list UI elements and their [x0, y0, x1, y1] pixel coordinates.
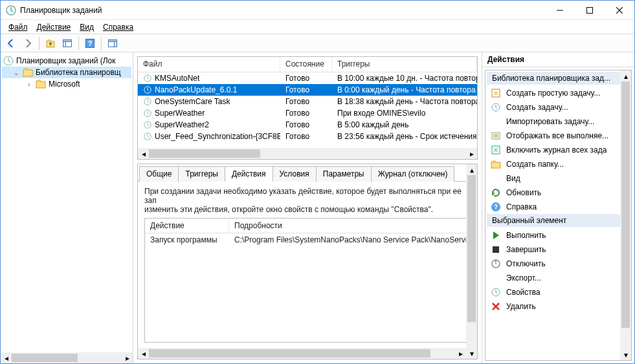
center-pane: Файл Состояние Триггеры KMSAutoNetГотово…: [133, 52, 482, 363]
scroll-up-icon[interactable]: ▴: [466, 164, 477, 175]
scroll-up-icon[interactable]: ▴: [620, 70, 631, 81]
scroll-thumb[interactable]: [621, 81, 630, 328]
task-row[interactable]: KMSAutoNetГотовоВ 10:00 каждые 10 дн. - …: [138, 72, 477, 84]
help-button[interactable]: ?: [82, 36, 98, 51]
action-create-task[interactable]: Создать задачу...: [487, 100, 630, 114]
actions-group-library[interactable]: Библиотека планировщика зад...▴: [487, 72, 630, 85]
menu-file[interactable]: Файл: [5, 21, 32, 33]
action-end[interactable]: Завершить: [487, 242, 630, 257]
action-refresh[interactable]: Обновить: [487, 186, 630, 200]
refresh-icon: [491, 187, 501, 198]
window-controls: [545, 1, 634, 19]
scroll-right-icon[interactable]: ▸: [466, 148, 477, 159]
menu-action[interactable]: Действие: [33, 21, 75, 33]
task-trigger: В 0:00 каждый день - Частота повтора пос…: [332, 85, 477, 94]
task-state: Готово: [280, 97, 332, 106]
action-properties[interactable]: Свойства: [487, 285, 630, 299]
task-row[interactable]: User_Feed_Synchronization-{3CF8E10...Гот…: [138, 131, 477, 142]
toolbar-separator: [78, 37, 79, 50]
detail-tabs: Общие Триггеры Действия Условия Параметр…: [138, 164, 477, 182]
tab-triggers[interactable]: Триггеры: [178, 166, 225, 182]
tab-settings[interactable]: Параметры: [316, 166, 372, 182]
forward-button[interactable]: [20, 36, 36, 51]
scroll-track[interactable]: [149, 148, 466, 159]
col-action[interactable]: Действие: [145, 219, 229, 233]
scroll-thumb[interactable]: [149, 349, 430, 358]
folder-icon: [23, 67, 33, 78]
detail-horizontal-scrollbar[interactable]: ◂ ▸: [138, 348, 466, 359]
task-row[interactable]: OneSystemCare TaskГотовоВ 18:38 каждый д…: [138, 96, 477, 107]
scroll-track[interactable]: [149, 348, 455, 359]
task-list-rows: KMSAutoNetГотовоВ 10:00 каждые 10 дн. - …: [138, 72, 477, 148]
show-hide-console-tree-button[interactable]: [60, 36, 75, 51]
detail-row-details: C:\Program Files\SystemNanoPacks\Nano Se…: [229, 233, 470, 246]
tab-actions[interactable]: Действия: [225, 166, 273, 182]
actions-vertical-scrollbar[interactable]: ▴ ▾: [620, 70, 631, 360]
app-icon: [6, 5, 16, 16]
scroll-right-icon[interactable]: ▸: [455, 348, 466, 359]
expander-icon[interactable]: ⌄: [12, 69, 20, 76]
expander-icon[interactable]: ›: [25, 81, 33, 88]
blank-icon: [491, 273, 501, 283]
scroll-thumb[interactable]: [467, 175, 476, 322]
tree-horizontal-scrollbar[interactable]: ◂ ▸: [1, 352, 133, 363]
action-create-basic-task[interactable]: Создать простую задачу...: [487, 86, 630, 100]
task-row[interactable]: SuperWeatherГотовоПри входе OMINES\evilo: [138, 107, 477, 119]
col-state[interactable]: Состояние: [280, 57, 332, 72]
scroll-track[interactable]: [620, 81, 631, 349]
col-triggers[interactable]: Триггеры: [332, 57, 477, 72]
task-row[interactable]: SuperWeather2ГотовоВ 5:00 каждый день: [138, 119, 477, 131]
task-row[interactable]: NanoPackUpdate_6.0.1ГотовоВ 0:00 каждый …: [138, 84, 477, 96]
scroll-track[interactable]: [466, 175, 477, 348]
detail-vertical-scrollbar[interactable]: ▴ ▾: [466, 164, 477, 359]
action-import-task[interactable]: Импортировать задачу...: [487, 114, 630, 129]
scroll-down-icon[interactable]: ▾: [466, 348, 477, 359]
task-name: SuperWeather: [155, 109, 205, 118]
action-enable-history[interactable]: Включить журнал всех зада: [487, 143, 630, 157]
tree-root[interactable]: Планировщик заданий (Лок: [2, 55, 131, 67]
tree-microsoft[interactable]: › Microsoft: [2, 78, 131, 90]
svg-text:?: ?: [494, 204, 498, 211]
task-list-scrollbar[interactable]: ◂ ▸: [138, 148, 477, 159]
back-button[interactable]: [3, 36, 19, 51]
scroll-thumb[interactable]: [149, 149, 260, 158]
show-hide-action-pane-button[interactable]: [105, 36, 120, 51]
minimize-button[interactable]: [545, 1, 575, 19]
action-run[interactable]: Выполнить: [487, 228, 630, 242]
action-export[interactable]: Экспорт...: [487, 271, 630, 285]
detail-row[interactable]: Запуск программы C:\Program Files\System…: [145, 233, 470, 246]
tab-conditions[interactable]: Условия: [273, 166, 317, 182]
col-file[interactable]: Файл: [138, 57, 280, 72]
action-disable[interactable]: Отключить: [487, 257, 630, 271]
blank-icon: [491, 116, 501, 127]
action-delete[interactable]: Удалить: [487, 299, 630, 314]
action-new-folder[interactable]: Создать папку...: [487, 157, 630, 171]
action-show-running[interactable]: Отображать все выполняе...: [487, 129, 630, 143]
tree-library[interactable]: ⌄ Библиотека планировщ: [2, 67, 131, 78]
scroll-thumb[interactable]: [12, 354, 78, 362]
menu-view[interactable]: Вид: [76, 21, 98, 33]
scroll-left-icon[interactable]: ◂: [138, 348, 149, 359]
svg-text:?: ?: [88, 39, 93, 47]
task-state: Готово: [280, 120, 332, 129]
scroll-down-icon[interactable]: ▾: [620, 349, 631, 360]
detail-pane: Общие Триггеры Действия Условия Параметр…: [137, 164, 478, 359]
action-help[interactable]: ? Справка: [487, 200, 630, 214]
task-state: Готово: [280, 85, 332, 94]
close-button[interactable]: [605, 1, 634, 19]
svg-point-21: [494, 91, 498, 95]
folder-icon: [36, 79, 46, 89]
detail-table-header: Действие Подробности: [145, 219, 470, 233]
col-details[interactable]: Подробности: [229, 219, 470, 233]
menu-help[interactable]: Справка: [99, 21, 137, 33]
actions-group-selected[interactable]: Выбранный элемент▴: [487, 214, 630, 227]
scroll-left-icon[interactable]: ◂: [138, 148, 149, 159]
tab-history[interactable]: Журнал (отключен): [371, 166, 455, 182]
tab-general[interactable]: Общие: [139, 166, 179, 182]
maximize-button[interactable]: [575, 1, 605, 19]
action-view[interactable]: Вид ▶: [487, 171, 630, 186]
scroll-track[interactable]: [12, 352, 122, 363]
up-button[interactable]: [43, 36, 58, 51]
scroll-left-icon[interactable]: ◂: [1, 352, 12, 363]
scroll-right-icon[interactable]: ▸: [122, 352, 133, 363]
